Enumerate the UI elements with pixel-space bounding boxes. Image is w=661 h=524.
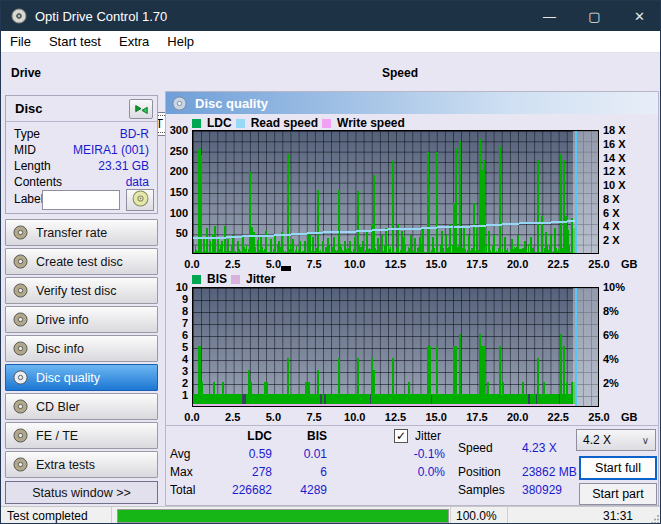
- sidebar-item-fe-te[interactable]: FE / TE: [5, 422, 158, 449]
- x-tick: 7.5: [297, 411, 331, 423]
- menu-start-test[interactable]: Start test: [40, 31, 110, 53]
- menu-file[interactable]: File: [1, 31, 40, 53]
- sidebar-item-label: Disc info: [36, 342, 84, 356]
- position-stat-value: 23862 MB: [522, 465, 577, 479]
- progress-percent: 100.0%: [451, 507, 508, 524]
- y-right-tick: 18 X: [603, 124, 626, 136]
- speed-stat-label: Speed: [458, 441, 493, 455]
- y-left-tick: 5: [162, 341, 188, 353]
- sidebar-item-transfer-rate[interactable]: Transfer rate: [5, 219, 158, 246]
- close-button[interactable]: ✕: [617, 1, 661, 31]
- bis-legend-swatch: [192, 275, 201, 284]
- jitter-checkbox[interactable]: ✓: [394, 429, 408, 443]
- maximize-button[interactable]: ▢: [572, 1, 617, 31]
- disc-refresh-button[interactable]: [129, 99, 153, 119]
- sidebar-item-cd-bler[interactable]: CD Bler: [5, 393, 158, 420]
- chevron-down-icon: ∨: [642, 435, 655, 446]
- y-left-tick: 200: [162, 165, 188, 177]
- stat-ldc-value: 0.59: [212, 447, 272, 461]
- chart2-legend: BISJitter: [192, 272, 275, 286]
- stat-bis-value: 4289: [282, 483, 327, 497]
- app-window: Opti Drive Control 1.70 — ▢ ✕ FileStart …: [0, 0, 661, 524]
- status-window-button[interactable]: Status window >>: [5, 481, 158, 504]
- y-left-tick: 250: [162, 145, 188, 157]
- start-full-button[interactable]: Start full: [579, 456, 657, 480]
- y-left-tick: 50: [162, 227, 188, 239]
- stat-ldc-value: 278: [212, 465, 272, 479]
- sidebar-item-verify-test-disc[interactable]: Verify test disc: [5, 277, 158, 304]
- position-stat-label: Position: [458, 465, 501, 479]
- stat-row-label: Avg: [170, 447, 190, 461]
- disc-icon: [13, 428, 28, 443]
- disc-label-button[interactable]: [126, 189, 154, 211]
- stat-bis-value: 6: [282, 465, 327, 479]
- x-tick: 10.0: [338, 258, 372, 270]
- stat-col-ldc: LDC: [212, 429, 272, 443]
- x-tick: 15.0: [419, 258, 453, 270]
- stat-ldc-value: 226682: [212, 483, 272, 497]
- app-disc-icon: [11, 8, 27, 24]
- y-left-tick: 1: [162, 389, 188, 401]
- x-tick: 25.0: [582, 411, 616, 423]
- quality-speed-select[interactable]: 4.2 X∨: [576, 429, 656, 451]
- stat-bis-value: 0.01: [282, 447, 327, 461]
- start-part-button[interactable]: Start part: [579, 483, 657, 505]
- disc-label-input[interactable]: [42, 190, 120, 210]
- write-speed-legend-swatch: [322, 119, 331, 128]
- x-tick: 17.5: [460, 411, 494, 423]
- field-label: Length: [14, 159, 51, 173]
- y-right-tick: 6%: [603, 329, 619, 341]
- sidebar-item-extra-tests[interactable]: Extra tests: [5, 451, 158, 478]
- speed-label: Speed: [382, 66, 418, 80]
- y-left-tick: 9: [162, 293, 188, 305]
- field-label: MID: [14, 143, 36, 157]
- sidebar-item-label: Create test disc: [36, 255, 123, 269]
- disc-icon: [13, 254, 28, 269]
- field-value: BD-R: [120, 127, 149, 141]
- main-title: Disc quality: [195, 96, 268, 111]
- disc-icon: [13, 457, 28, 472]
- sidebar-item-label: Extra tests: [36, 458, 95, 472]
- disc-field-type: TypeBD-R: [14, 127, 149, 141]
- sidebar-item-label: Disc quality: [36, 371, 100, 385]
- field-label: Contents: [14, 175, 62, 189]
- quality-speed-value: 4.2 X: [583, 433, 611, 447]
- stat-col-bis: BIS: [282, 429, 327, 443]
- x-tick: 2.5: [216, 411, 250, 423]
- disc-icon: [13, 399, 28, 414]
- sidebar-item-drive-info[interactable]: Drive info: [5, 306, 158, 333]
- drive-label: Drive: [11, 66, 41, 80]
- toolbar: Drive (G:) HL-DT-ST BD-RE WH16NS48 1.D3 …: [1, 53, 661, 91]
- y-right-tick: 10%: [603, 281, 625, 293]
- x-tick: 12.5: [379, 411, 413, 423]
- stat-row-label: Max: [170, 465, 193, 479]
- sidebar-item-label: Verify test disc: [36, 284, 117, 298]
- samples-stat-label: Samples: [458, 483, 505, 497]
- sidebar-item-label: Drive info: [36, 313, 89, 327]
- disc-field-contents: Contentsdata: [14, 175, 149, 189]
- disc-icon: [13, 312, 28, 327]
- y-left-tick: 7: [162, 317, 188, 329]
- x-tick: 2.5: [216, 258, 250, 270]
- chart1-legend: LDCRead speedWrite speed: [192, 116, 405, 130]
- x-tick: 0.0: [175, 258, 209, 270]
- x-tick: 20.0: [501, 258, 535, 270]
- minimize-button[interactable]: —: [527, 1, 572, 31]
- sidebar-item-create-test-disc[interactable]: Create test disc: [5, 248, 158, 275]
- resize-grip[interactable]: [650, 513, 660, 523]
- write-speed-legend-label: Write speed: [337, 116, 405, 130]
- sidebar-item-disc-quality[interactable]: Disc quality: [5, 364, 158, 391]
- label-label: Label: [14, 192, 43, 206]
- field-value: MEIRA1 (001): [73, 143, 149, 157]
- ldc-chart: [192, 130, 599, 254]
- bis-legend-label: BIS: [207, 272, 227, 286]
- x-tick: 22.5: [541, 411, 575, 423]
- sidebar-item-disc-info[interactable]: Disc info: [5, 335, 158, 362]
- menu-help[interactable]: Help: [158, 31, 203, 53]
- menu-extra[interactable]: Extra: [110, 31, 158, 53]
- y-left-tick: 6: [162, 329, 188, 341]
- stat-row-label: Total: [170, 483, 195, 497]
- y-right-tick: 6 X: [603, 207, 620, 219]
- jitter-legend-label: Jitter: [246, 272, 275, 286]
- y-left-tick: 3: [162, 365, 188, 377]
